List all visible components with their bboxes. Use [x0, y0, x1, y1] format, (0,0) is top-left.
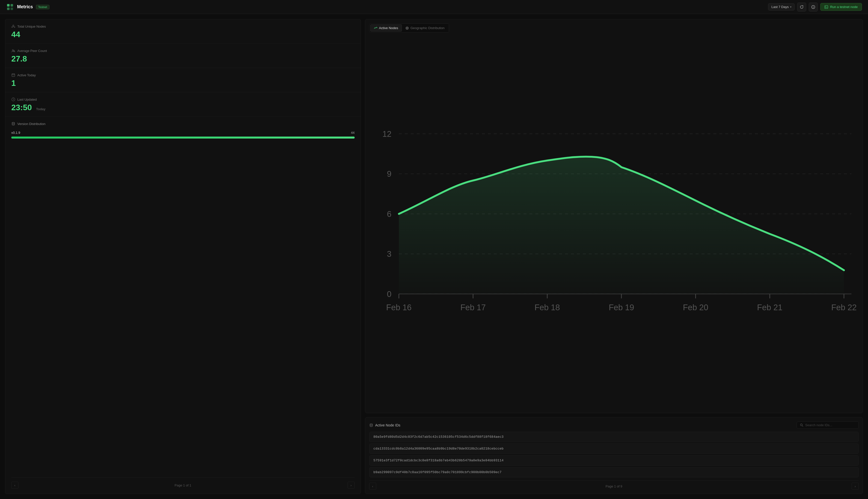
terminal-icon: [824, 5, 828, 9]
header: Metrics Testnet Last 7 Days ▾ Ru: [0, 0, 868, 14]
svg-point-11: [14, 50, 14, 51]
active-today-label: Active Today: [11, 73, 354, 77]
run-testnet-button[interactable]: Run a testnet node: [820, 3, 862, 11]
svg-point-8: [12, 27, 13, 28]
svg-point-9: [14, 27, 15, 28]
peer-icon: [11, 49, 15, 53]
svg-point-14: [12, 122, 14, 123]
search-input[interactable]: [805, 423, 855, 427]
svg-text:Feb 20: Feb 20: [683, 303, 708, 312]
svg-point-43: [800, 424, 802, 426]
nodes-title: Active Node IDs: [369, 423, 400, 427]
chart-tabs: Active Nodes Geographic Distribution: [369, 23, 449, 33]
svg-text:3: 3: [387, 250, 391, 258]
info-button[interactable]: [809, 2, 818, 12]
node-item: 80a5e9fd80d5d2d4c03f2c6d7ab5c42c1536105c…: [369, 432, 859, 442]
version-distribution-header: Version Distribution: [11, 122, 354, 126]
app-title: Metrics: [17, 4, 33, 10]
svg-text:Feb 18: Feb 18: [534, 303, 560, 312]
next-nodes-page-button[interactable]: ›: [852, 483, 859, 490]
total-unique-nodes-label: Total Unique Nodes: [11, 24, 354, 28]
globe-icon: [405, 26, 409, 30]
run-btn-label: Run a testnet node: [830, 5, 858, 9]
svg-text:Feb 22: Feb 22: [831, 303, 856, 312]
version-page-info: Page 1 of 1: [18, 484, 348, 487]
logo-icon: [6, 3, 14, 11]
last-updated-card: Last Updated 23:50 Today: [5, 93, 361, 117]
active-today-card: Active Today 1: [5, 68, 361, 93]
activity-icon: [374, 26, 377, 30]
next-version-page-button[interactable]: ›: [348, 482, 354, 489]
search-icon: [800, 424, 803, 427]
svg-text:Feb 16: Feb 16: [386, 303, 411, 312]
info-icon: [811, 5, 815, 9]
total-unique-nodes-card: Total Unique Nodes 44: [5, 19, 361, 44]
total-unique-nodes-value: 44: [11, 31, 354, 38]
time-range-label: Last 7 Days: [771, 5, 788, 9]
time-range-selector[interactable]: Last 7 Days ▾: [768, 3, 795, 11]
version-row: v0.1.9 44: [11, 131, 354, 138]
active-nodes-chart: 12 9 6 3 0 Feb 16: [369, 37, 859, 409]
version-rows: v0.1.9 44: [11, 131, 354, 138]
active-today-value: 1: [11, 79, 354, 87]
version-count: 44: [351, 131, 354, 135]
average-peer-count-card: Average Peer Count 27.8: [5, 44, 361, 68]
progress-bar-fill: [11, 136, 354, 138]
nodes-icon: [11, 24, 15, 28]
node-item: 57591e3f1d72f0cad1dcbc3c8e8f318a6b7eb43b…: [369, 455, 859, 466]
svg-rect-6: [825, 5, 828, 9]
svg-text:0: 0: [387, 290, 391, 299]
svg-point-10: [12, 50, 14, 51]
header-left: Metrics Testnet: [6, 3, 49, 11]
svg-point-42: [370, 424, 373, 425]
nodes-page-info: Page 1 of 9: [376, 485, 852, 488]
node-item: cda13331cdc0b8a12d4a36009e95caa8b9bc19d8…: [369, 443, 859, 454]
clock-icon: [11, 97, 15, 101]
nodes-pagination: ‹ Page 1 of 9 ›: [369, 480, 859, 490]
tab-geographic-distribution[interactable]: Geographic Distribution: [402, 24, 448, 32]
node-id-list: 80a5e9fd80d5d2d4c03f2c6d7ab5c42c1536105c…: [369, 432, 859, 477]
tab-active-nodes[interactable]: Active Nodes: [370, 24, 402, 32]
database-icon: [11, 122, 15, 126]
last-updated-sub: Today: [36, 107, 46, 111]
svg-point-7: [13, 25, 14, 26]
svg-rect-3: [11, 8, 13, 10]
calendar-icon: [11, 73, 15, 77]
average-peer-count-value: 27.8: [11, 55, 354, 63]
node-ids-icon: [369, 423, 373, 427]
svg-line-44: [802, 426, 803, 426]
last-updated-time: 23:50 Today: [11, 104, 354, 111]
version-distribution-card: Version Distribution v0.1.9 44 ‹ Page 1 …: [5, 117, 361, 494]
header-right: Last 7 Days ▾ Run a testnet node: [768, 2, 862, 12]
refresh-icon: [800, 5, 804, 9]
prev-version-page-button[interactable]: ‹: [11, 482, 18, 489]
progress-bar-bg: [11, 136, 354, 138]
svg-point-5: [813, 6, 813, 7]
refresh-button[interactable]: [797, 2, 806, 12]
nodes-header: Active Node IDs: [369, 422, 859, 429]
version-label: v0.1.9: [11, 131, 20, 135]
right-column: Active Nodes Geographic Distribution: [365, 19, 863, 494]
svg-text:12: 12: [382, 130, 391, 138]
svg-text:9: 9: [387, 169, 391, 179]
main-content: Total Unique Nodes 44 Average Peer Count…: [0, 14, 868, 499]
svg-rect-2: [7, 8, 10, 10]
svg-text:Feb 17: Feb 17: [460, 303, 486, 312]
svg-rect-12: [12, 74, 15, 76]
last-updated-label: Last Updated: [11, 97, 354, 101]
left-column: Total Unique Nodes 44 Average Peer Count…: [5, 19, 361, 494]
prev-nodes-page-button[interactable]: ‹: [369, 483, 376, 490]
svg-rect-1: [11, 4, 13, 7]
active-node-ids-card: Active Node IDs 80a5e9fd80d5d2d4c03f2c6d…: [365, 417, 863, 494]
testnet-badge: Testnet: [36, 5, 49, 9]
average-peer-label: Average Peer Count: [11, 49, 354, 53]
version-pagination: ‹ Page 1 of 1 ›: [11, 477, 354, 489]
chart-area: 12 9 6 3 0 Feb 16: [369, 37, 859, 409]
svg-text:Feb 19: Feb 19: [608, 303, 634, 312]
chevron-down-icon: ▾: [790, 5, 792, 8]
svg-rect-0: [7, 4, 10, 7]
chart-card: Active Nodes Geographic Distribution: [365, 19, 863, 413]
node-search-box[interactable]: [797, 422, 859, 429]
svg-text:Feb 21: Feb 21: [757, 303, 782, 312]
node-item: b9ab299097c9df40b7c8aa16f095f50bc79a0c70…: [369, 467, 859, 477]
